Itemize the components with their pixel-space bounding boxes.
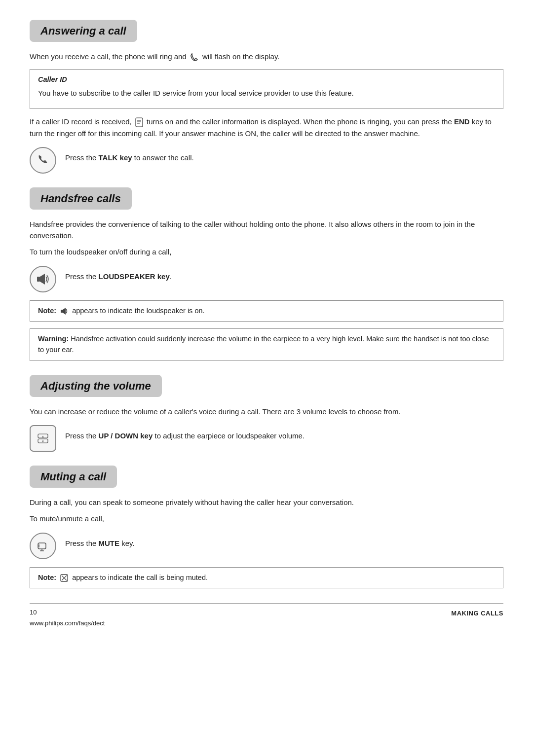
answering-intro: When you receive a call, the phone will … (30, 51, 503, 62)
loudspeaker-key-row: Press the LOUDSPEAKER key. (30, 266, 503, 292)
svg-rect-4 (37, 277, 40, 282)
svg-rect-0 (136, 118, 143, 127)
handsfree-heading: Handsfree calls (30, 187, 132, 210)
footer: 10 www.philips.com/faqs/dect MAKING CALL… (30, 603, 503, 628)
talk-key-icon (30, 147, 56, 174)
handsfree-section: Handsfree calls Handsfree provides the c… (30, 187, 503, 361)
note-label: Note: (38, 307, 56, 315)
updown-key-row: ▲ ▼ Press the UP / DOWN key to adjust th… (30, 425, 503, 452)
loudspeaker-intro: To turn the loudspeaker on/off during a … (30, 246, 503, 257)
svg-marker-7 (63, 308, 66, 315)
mute-icon (36, 540, 50, 552)
updown-key-icon: ▲ ▼ (30, 425, 56, 452)
updown-instruction: Press the UP / DOWN key to adjust the ea… (65, 430, 305, 441)
svg-rect-6 (61, 310, 63, 313)
caller-id-box: Caller ID You have to subscribe to the c… (30, 69, 503, 109)
page-number: 10 (30, 608, 105, 617)
loudspeaker-key-icon (30, 266, 56, 292)
muting-note-label: Note: (38, 574, 56, 581)
svg-text:▲: ▲ (41, 435, 44, 438)
answering-section: Answering a call When you receive a call… (30, 20, 503, 174)
mute-indicator-icon (60, 574, 68, 582)
mute-key-row: Press the MUTE key. (30, 533, 503, 559)
loudspeaker-icon (36, 273, 50, 286)
loudspeaker-note-box: Note: appears to indicate the loudspeake… (30, 300, 503, 322)
loudspeaker-instruction: Press the LOUDSPEAKER key. (65, 271, 172, 282)
muting-section: Muting a call During a call, you can spe… (30, 466, 503, 588)
svg-marker-5 (40, 274, 45, 285)
caller-id-title: Caller ID (38, 74, 495, 85)
footer-left: 10 www.philips.com/faqs/dect (30, 608, 105, 628)
phone-ring-icon (190, 53, 199, 62)
warning-label: Warning: (38, 335, 69, 343)
handset-icon (36, 153, 50, 167)
updown-arrows: ▲ ▼ (38, 433, 48, 443)
talk-key-row: Press the TALK key to answer the call. (30, 147, 503, 174)
muting-note-box: Note: appears to indicate the call is be… (30, 567, 503, 589)
warning-box: Warning: Handsfree activation could sudd… (30, 328, 503, 361)
muting-heading: Muting a call (30, 466, 117, 488)
footer-section-label: MAKING CALLS (451, 608, 503, 618)
answering-heading: Answering a call (30, 20, 137, 42)
caller-id-icon (135, 117, 143, 127)
adjusting-heading: Adjusting the volume (30, 375, 162, 397)
handsfree-body: Handsfree provides the convenience of ta… (30, 218, 503, 242)
mute-key-icon (30, 533, 56, 559)
footer-website: www.philips.com/faqs/dect (30, 618, 105, 628)
adjusting-body: You can increase or reduce the volume of… (30, 406, 503, 417)
talk-instruction: Press the TALK key to answer the call. (65, 152, 194, 163)
caller-id-text: You have to subscribe to the caller ID s… (38, 87, 495, 99)
adjusting-section: Adjusting the volume You can increase or… (30, 375, 503, 452)
svg-text:▼: ▼ (41, 440, 44, 443)
answering-body: If a caller ID record is received, turns… (30, 116, 503, 139)
loudspeaker-on-icon (60, 307, 68, 315)
muting-body1: During a call, you can speak to someone … (30, 497, 503, 508)
muting-body2: To mute/unmute a call, (30, 513, 503, 524)
mute-instruction: Press the MUTE key. (65, 538, 135, 549)
